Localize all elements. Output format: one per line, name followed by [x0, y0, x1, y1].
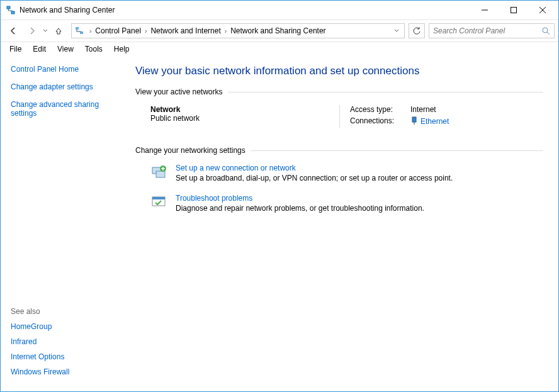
sidebar-link-advanced[interactable]: Change advanced sharing settings [11, 100, 123, 118]
menu-file[interactable]: File [4, 43, 26, 55]
task-link-new-connection[interactable]: Set up a new connection or network [176, 164, 296, 172]
new-connection-icon [150, 164, 168, 181]
seealso-windows-firewall[interactable]: Windows Firewall [11, 367, 123, 376]
seealso-internet-options[interactable]: Internet Options [11, 352, 123, 361]
main-content: View your basic network information and … [133, 56, 558, 391]
search-box[interactable] [429, 23, 555, 38]
seealso-infrared[interactable]: Infrared [11, 337, 123, 346]
sidebar: Control Panel Home Change adapter settin… [1, 56, 133, 391]
sidebar-link-adapter[interactable]: Change adapter settings [11, 82, 123, 91]
task-desc: Diagnose and repair network problems, or… [176, 204, 424, 213]
svg-line-9 [547, 32, 550, 35]
chevron-down-icon[interactable] [392, 28, 402, 33]
menu-edit[interactable]: Edit [28, 43, 51, 55]
minimize-button[interactable] [470, 1, 499, 20]
ethernet-icon [410, 116, 418, 125]
seealso-homegroup[interactable]: HomeGroup [11, 322, 123, 331]
close-button[interactable] [528, 1, 557, 20]
window: Network and Sharing Center › Control Pan… [0, 0, 559, 392]
recent-dropdown[interactable] [42, 28, 48, 33]
active-network-block: Network Public network Access type: Inte… [150, 105, 543, 128]
chevron-right-icon[interactable]: › [142, 28, 149, 35]
change-settings-header: Change your networking settings [135, 146, 543, 155]
chevron-right-icon[interactable]: › [222, 28, 229, 35]
active-networks-header: View your active networks [135, 87, 543, 96]
see-also-header: See also [11, 307, 123, 316]
forward-button[interactable] [23, 22, 41, 40]
menu-help[interactable]: Help [109, 43, 135, 55]
breadcrumb-item[interactable]: Network and Internet [149, 26, 222, 35]
page-heading: View your basic network information and … [135, 65, 543, 77]
svg-rect-0 [7, 6, 10, 9]
menu-view[interactable]: View [52, 43, 79, 55]
access-type-value: Internet [410, 105, 436, 114]
connections-label: Connections: [350, 116, 400, 126]
task-new-connection: Set up a new connection or network Set u… [150, 164, 543, 182]
search-input[interactable] [433, 26, 541, 35]
svg-rect-6 [76, 27, 79, 30]
up-button[interactable] [50, 22, 67, 40]
task-troubleshoot: Troubleshoot problems Diagnose and repai… [150, 194, 543, 213]
chevron-right-icon[interactable]: › [87, 28, 94, 35]
window-controls [470, 1, 557, 20]
network-type: Public network [150, 114, 314, 123]
svg-point-8 [543, 28, 548, 33]
navigation-bar: › Control Panel › Network and Internet ›… [1, 20, 558, 42]
svg-rect-13 [156, 171, 165, 177]
connection-link[interactable]: Ethernet [421, 117, 449, 126]
svg-rect-3 [511, 8, 517, 13]
network-name: Network [150, 105, 314, 114]
sidebar-link-home[interactable]: Control Panel Home [11, 65, 123, 74]
menu-tools[interactable]: Tools [80, 43, 108, 55]
svg-rect-1 [11, 11, 14, 14]
refresh-button[interactable] [409, 23, 425, 38]
svg-rect-10 [412, 117, 416, 122]
address-bar[interactable]: › Control Panel › Network and Internet ›… [71, 23, 405, 38]
search-icon[interactable] [541, 26, 550, 35]
task-desc: Set up a broadband, dial-up, or VPN conn… [176, 174, 453, 182]
troubleshoot-icon [150, 194, 168, 211]
content-body: Control Panel Home Change adapter settin… [1, 56, 558, 391]
access-type-label: Access type: [350, 105, 400, 114]
see-also-section: See also HomeGroup Infrared Internet Opt… [11, 307, 123, 383]
breadcrumb-item[interactable]: Network and Sharing Center [229, 26, 327, 35]
task-link-troubleshoot[interactable]: Troubleshoot problems [176, 194, 252, 203]
menu-bar: File Edit View Tools Help [1, 42, 558, 56]
titlebar: Network and Sharing Center [1, 1, 558, 20]
control-panel-icon [74, 26, 84, 36]
svg-rect-18 [152, 197, 165, 199]
back-button[interactable] [4, 22, 22, 40]
window-title: Network and Sharing Center [20, 6, 470, 14]
network-sharing-icon [6, 5, 16, 15]
maximize-button[interactable] [499, 1, 528, 20]
breadcrumb-item[interactable]: Control Panel [94, 26, 142, 35]
